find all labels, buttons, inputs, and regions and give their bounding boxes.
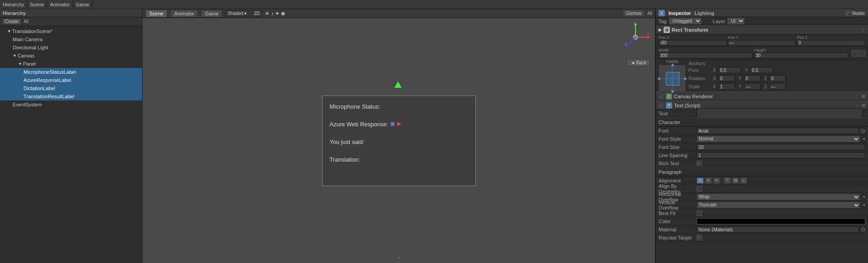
tree-item-main-camera[interactable]: Main Camera <box>0 35 142 43</box>
color-swatch[interactable] <box>697 218 865 225</box>
tree-item-dictation-label[interactable]: DictationLabel <box>0 84 142 92</box>
text-script-options[interactable]: ⋮ <box>854 103 859 108</box>
scale-x-input[interactable] <box>719 83 735 90</box>
best-fit-row: Best Fit <box>656 209 868 217</box>
scene-panel: Scene Animator Game Shaded ▾ 2D ☀ ♪ ✦ ◉ <box>142 9 655 263</box>
raycast-target-checkbox[interactable] <box>697 235 702 240</box>
audio-toggle-icon[interactable]: ♪ <box>271 10 274 17</box>
font-style-dropdown[interactable]: Normal <box>697 135 860 143</box>
inspector-tab-lighting[interactable]: Lighting <box>695 10 714 16</box>
scene-viewport[interactable]: X Y Z ◄ Back Microphone Status: Azure We… <box>142 18 655 263</box>
align-top-btn[interactable]: ⊤ <box>724 177 731 184</box>
scale-y-input[interactable] <box>744 83 760 90</box>
inspector-tab-inspector[interactable]: Inspector <box>669 10 691 16</box>
tree-item-directional-light[interactable]: Directional Light <box>0 43 142 52</box>
pos-y-input[interactable] <box>728 40 796 46</box>
anchor-widget-container: middle <box>659 59 686 92</box>
scale-z-input[interactable] <box>769 83 786 90</box>
object-indicator-triangle <box>394 81 402 90</box>
height-input[interactable] <box>754 53 849 58</box>
canvas-renderer-options[interactable]: ⋮ <box>854 94 859 99</box>
pivot-y-input[interactable] <box>750 67 773 73</box>
2d-button[interactable]: 2D <box>251 10 262 17</box>
rot-x-input[interactable] <box>719 75 735 81</box>
gizmos-button[interactable]: Gizmos <box>623 10 645 17</box>
align-bottom-btn[interactable]: ⊥ <box>740 177 747 184</box>
vertical-overflow-dropdown[interactable]: Truncate <box>697 201 860 209</box>
create-button[interactable]: Create <box>2 18 22 25</box>
rot-y-input[interactable] <box>744 75 760 81</box>
pivot-x-input[interactable] <box>719 67 741 73</box>
animator-menu-section[interactable]: Animator <box>47 0 73 9</box>
tree-item-panel[interactable]: ▼ Panel <box>0 60 142 68</box>
rot-z-input[interactable] <box>769 75 786 81</box>
effects-toggle-icon[interactable]: ✦ <box>275 10 280 17</box>
align-geometry-checkbox[interactable] <box>697 186 702 191</box>
tree-item-label: Directional Light <box>13 45 48 50</box>
scene-tab-animator[interactable]: Animator <box>170 10 198 18</box>
best-fit-checkbox[interactable] <box>697 210 702 216</box>
rect-transform-options-icon[interactable]: ⋮ <box>861 28 865 33</box>
tree-item-translation-scene[interactable]: ▼ TranslationScene* <box>0 27 142 35</box>
material-picker-icon[interactable]: ⊙ <box>861 226 865 233</box>
back-button[interactable]: ◄ Back <box>626 59 650 67</box>
tree-item-label: Panel <box>23 61 36 67</box>
scene-right-controls: Gizmos All <box>623 10 652 17</box>
lighting-toggle-icon[interactable]: ☀ <box>265 10 270 17</box>
text-script-checkbox[interactable] <box>659 103 664 108</box>
anchor-widget[interactable] <box>659 65 686 92</box>
line-spacing-input[interactable] <box>697 152 865 158</box>
character-title: Character <box>659 120 680 125</box>
tree-item-event-system[interactable]: EventSystem <box>0 100 142 109</box>
align-middle-btn[interactable]: ⊟ <box>732 177 739 184</box>
character-section-header[interactable]: Character <box>656 118 868 127</box>
shading-dropdown[interactable]: Shaded ▾ <box>225 10 249 17</box>
text-textarea[interactable] <box>697 108 863 119</box>
size-icon-1[interactable] <box>852 50 858 57</box>
rich-text-checkbox[interactable] <box>697 161 702 166</box>
anchor-center-box <box>666 72 679 86</box>
tree-item-translation-result-label[interactable]: TranslationResultLabel <box>0 92 142 100</box>
svg-marker-10 <box>394 81 402 88</box>
game-menu-section[interactable]: Game <box>73 0 92 9</box>
material-row: Material ⊙ <box>656 225 868 234</box>
scene-tab-scene[interactable]: Scene <box>145 10 167 18</box>
tree-item-azure-response-label[interactable]: AzureResponseLabel <box>0 76 142 84</box>
text-script-expand[interactable]: ⊞ <box>862 103 865 108</box>
scene-menu-section[interactable]: Scene <box>27 0 47 9</box>
align-center-btn[interactable]: ≡ <box>705 177 712 184</box>
section-arrow: ▶ <box>659 28 662 32</box>
scene-tab-game[interactable]: Game <box>201 10 223 18</box>
text-script-icon: T <box>666 102 672 109</box>
font-size-input[interactable] <box>697 144 865 150</box>
scale-label: Scale <box>688 84 711 89</box>
align-right-btn[interactable]: ≡ <box>713 177 720 184</box>
font-picker-icon[interactable]: ⊙ <box>861 128 865 134</box>
canvas-renderer-expand[interactable]: ⊞ <box>862 94 865 99</box>
horizontal-overflow-dropdown[interactable]: Wrap <box>697 193 860 201</box>
pos-z-input[interactable] <box>797 40 865 46</box>
size-icon-2[interactable] <box>859 50 865 57</box>
hidden-toggle-icon[interactable]: ◉ <box>281 10 285 16</box>
color-row: Color <box>656 217 868 225</box>
layer-dropdown[interactable]: UI <box>727 17 745 25</box>
material-input[interactable] <box>697 226 859 233</box>
gizmo-widget: X Y Z <box>621 23 650 52</box>
tree-arrow: ▼ <box>13 53 17 58</box>
align-left-btn[interactable]: ≡ <box>697 177 704 184</box>
tag-dropdown[interactable]: Untagged <box>669 17 702 25</box>
font-input[interactable] <box>697 128 859 134</box>
canvas-renderer-header[interactable]: C Canvas Renderer ⋮ ⊞ <box>656 91 868 100</box>
hierarchy-menu-section[interactable]: Hierarchy <box>0 0 27 9</box>
pos-x-input[interactable] <box>659 40 727 46</box>
tree-item-canvas[interactable]: ▼ Canvas <box>0 52 142 60</box>
tree-item-microphone-status-label[interactable]: MicrophoneStatusLabel <box>0 68 142 76</box>
rect-transform-section-header[interactable]: ▶ ⊞ Rect Transform ⋮ <box>656 25 868 34</box>
canvas-renderer-checkbox[interactable] <box>659 94 664 99</box>
tag-label: Tag <box>659 19 667 24</box>
hierarchy-tree: ▼ TranslationScene* Main Camera Directio… <box>0 26 142 263</box>
paragraph-section-header[interactable]: Paragraph <box>656 167 868 177</box>
rotation-row: Rotation X Y Z <box>688 75 865 81</box>
static-checkbox[interactable] <box>845 10 851 16</box>
width-input[interactable] <box>659 53 753 58</box>
